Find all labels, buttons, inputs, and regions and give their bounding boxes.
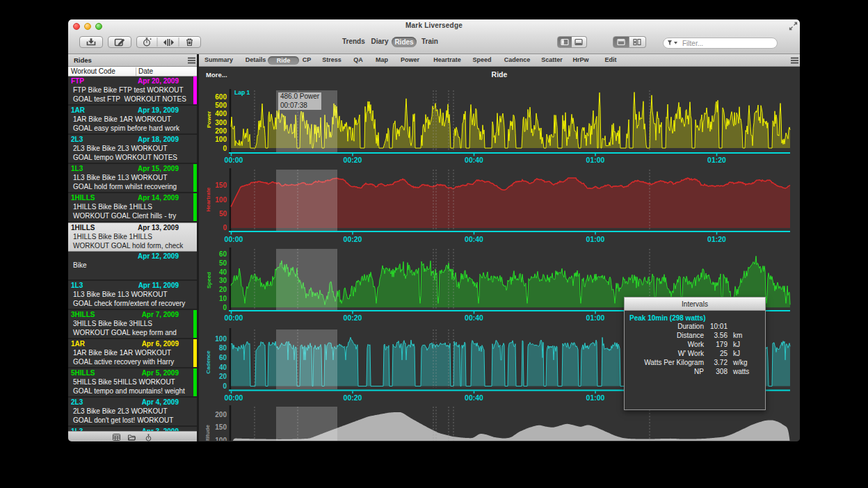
svg-text:00:20: 00:20	[344, 314, 362, 322]
svg-text:Power: Power	[206, 111, 212, 128]
svg-text:100: 100	[215, 437, 227, 441]
svg-text:00:20: 00:20	[344, 156, 362, 164]
svg-text:30: 30	[219, 277, 227, 284]
svg-text:50: 50	[219, 210, 227, 218]
svg-text:01:00: 01:00	[586, 314, 605, 322]
svg-text:150: 150	[215, 181, 227, 189]
svg-text:0: 0	[223, 304, 227, 311]
svg-text:20: 20	[219, 373, 227, 380]
svg-text:50: 50	[219, 259, 227, 267]
svg-text:00:00: 00:00	[225, 393, 243, 402]
svg-text:Heartrate: Heartrate	[205, 187, 211, 212]
svg-text:00:40: 00:40	[465, 314, 483, 322]
svg-text:00:00: 00:00	[225, 235, 243, 243]
svg-text:00:40: 00:40	[465, 393, 483, 402]
svg-text:400: 400	[215, 110, 227, 117]
svg-text:00:40: 00:40	[465, 156, 483, 164]
svg-text:80: 80	[219, 344, 227, 352]
svg-text:00:40: 00:40	[465, 235, 483, 243]
svg-text:300: 300	[215, 119, 227, 127]
svg-text:00:00: 00:00	[225, 314, 243, 322]
svg-text:01:00: 01:00	[586, 393, 605, 402]
svg-text:00:00: 00:00	[225, 156, 243, 164]
svg-text:10: 10	[219, 295, 227, 302]
svg-text:150: 150	[215, 423, 227, 431]
svg-text:20: 20	[219, 286, 227, 293]
svg-text:01:20: 01:20	[707, 156, 726, 164]
svg-text:00:20: 00:20	[344, 393, 362, 402]
svg-text:01:20: 01:20	[707, 235, 726, 243]
svg-text:01:00: 01:00	[586, 235, 605, 243]
svg-text:100: 100	[215, 335, 227, 343]
svg-text:200: 200	[215, 411, 227, 418]
svg-text:60: 60	[219, 250, 227, 258]
svg-text:40: 40	[219, 364, 227, 371]
svg-text:0: 0	[223, 224, 227, 231]
svg-text:40: 40	[219, 268, 227, 276]
svg-text:60: 60	[219, 354, 227, 361]
svg-text:Altitude: Altitude	[204, 425, 211, 441]
svg-text:Cadence: Cadence	[205, 350, 211, 374]
svg-text:00:20: 00:20	[344, 235, 362, 243]
svg-text:100: 100	[215, 136, 227, 143]
svg-text:01:00: 01:00	[586, 156, 605, 164]
svg-text:200: 200	[215, 127, 227, 135]
svg-text:100: 100	[215, 196, 227, 204]
svg-text:0: 0	[223, 145, 227, 152]
svg-text:0: 0	[223, 382, 227, 390]
svg-text:500: 500	[215, 101, 227, 109]
svg-text:600: 600	[215, 93, 227, 101]
svg-text:Speed: Speed	[206, 272, 212, 288]
